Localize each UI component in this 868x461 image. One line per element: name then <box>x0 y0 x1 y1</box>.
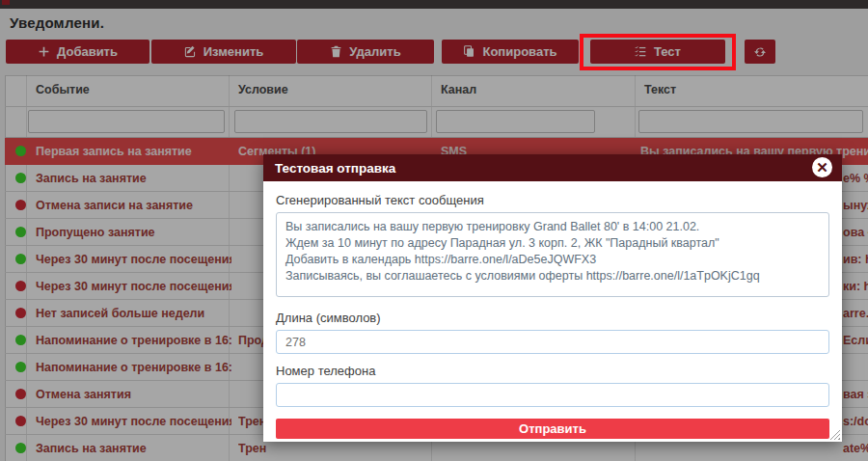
generated-message-label: Сгенерированный текст сообщения <box>276 193 829 207</box>
modal-body: Сгенерированный текст сообщения Вы запис… <box>263 181 842 439</box>
generated-message-textarea[interactable]: Вы записались на вашу первую тренировку … <box>276 212 829 297</box>
close-icon[interactable]: ✕ <box>812 157 832 177</box>
phone-input[interactable] <box>276 383 829 407</box>
app-screen: Уведомлени. ДобавитьИзменитьУдалитьКопир… <box>0 0 868 461</box>
modal-title: Тестовая отправка <box>275 161 395 176</box>
modal-header: Тестовая отправка ✕ <box>263 154 842 181</box>
length-input[interactable] <box>276 330 829 354</box>
send-button[interactable]: Отправить <box>276 419 829 439</box>
phone-label: Номер телефона <box>276 364 829 378</box>
length-label: Длина (символов) <box>276 311 829 325</box>
test-button-highlight-annotation <box>580 34 736 70</box>
test-send-modal: Тестовая отправка ✕ Сгенерированный текс… <box>263 154 842 442</box>
